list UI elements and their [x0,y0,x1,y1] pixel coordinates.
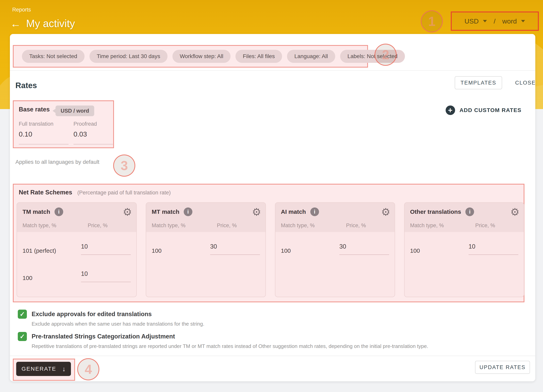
price-input[interactable]: 10 [81,243,131,255]
divider [10,356,535,356]
scheme-row: 100 30 [152,243,260,255]
scheme-row: 100 10 [23,270,131,282]
filter-chip-files[interactable]: Files: All files [235,50,282,63]
scheme-title: AI match [281,208,306,215]
checkbox-checked[interactable]: ✓ [18,310,27,319]
divider [10,70,535,71]
match-type-value: 100 [23,275,32,282]
report-card: Tasks: Not selected Time period: Last 30… [10,34,535,381]
info-icon[interactable]: i [55,207,63,216]
gear-icon[interactable]: ⚙ [510,206,520,218]
base-rates-block: Base rates USD / word Full translation 0… [13,100,114,148]
currency-value: USD [464,17,479,25]
input-underline [469,255,518,255]
unit-value: word [502,17,517,25]
page-title: My activity [26,17,75,29]
net-rate-schemes-subtitle: (Percentage paid of full translation rat… [77,190,171,196]
column-price: Price, % [475,222,495,229]
full-translation-field[interactable]: Full translation 0.10 [19,121,74,144]
full-translation-value[interactable]: 0.10 [19,130,74,138]
match-type-value: 100 [152,247,162,255]
base-rates-note: Applies to all languages by default [15,159,99,165]
column-match-type: Match type, % [152,222,217,229]
scheme-card-ai-match: AI match i ⚙ Match type, % Price, % 100 … [275,202,395,297]
match-type-value: 100 [281,247,291,255]
option-exclude-approvals: ✓ Exclude approvals for edited translati… [18,310,152,319]
scheme-card-tm-match: TM match i ⚙ Match type, % Price, % 101 … [17,202,137,297]
currency-separator: / [494,17,495,25]
add-custom-rates-button[interactable]: + ADD CUSTOM RATES [446,106,521,115]
column-price: Price, % [217,222,237,229]
plus-icon: + [446,106,455,115]
annotation-circle-1: 1 [421,10,443,32]
input-underline [210,255,260,255]
price-input[interactable]: 10 [469,243,518,255]
info-icon[interactable]: i [465,207,474,216]
add-custom-rates-label: ADD CUSTOM RATES [459,107,521,114]
annotation-circle-4: 4 [77,358,99,380]
scheme-title: Other translations [410,208,461,215]
scheme-card-mt-match: MT match i ⚙ Match type, % Price, % 100 … [146,202,266,297]
scheme-row: 100 30 [281,243,389,255]
annotation-circle-2: 2 [374,44,397,66]
base-rates-currency-badge: USD / word [56,106,94,116]
price-input[interactable]: 30 [339,243,389,255]
net-rate-schemes-title: Net Rate Schemes [19,189,72,196]
templates-button[interactable]: TEMPLATES [455,76,502,89]
currency-select[interactable]: USD [464,17,487,25]
checkbox-checked[interactable]: ✓ [18,332,27,341]
generate-label: GENERATE [22,366,56,372]
filter-chip-workflow-step[interactable]: Workflow step: All [172,50,231,63]
scheme-row: 101 (perfect) 10 [23,243,131,255]
column-price: Price, % [346,222,366,229]
price-input[interactable]: 30 [210,243,260,255]
chevron-down-icon [483,20,487,22]
input-underline [339,255,389,255]
chevron-down-icon [521,20,525,22]
match-type-value: 100 [410,247,420,255]
proofread-label: Proofread [74,121,128,127]
close-button[interactable]: CLOSE [512,76,539,89]
option-label: Exclude approvals for edited translation… [32,310,152,318]
input-underline [19,144,68,144]
column-price: Price, % [88,222,108,229]
info-icon[interactable]: i [184,207,192,216]
option-pretranslated-adjustment: ✓ Pre-translated Strings Categorization … [18,332,175,341]
net-rate-schemes-block: Net Rate Schemes (Percentage paid of ful… [13,184,524,302]
scheme-title: MT match [152,208,179,215]
generate-highlight-box: GENERATE ↓ [13,359,75,381]
gear-icon[interactable]: ⚙ [252,206,261,218]
back-arrow-icon[interactable]: ← [10,18,21,29]
generate-button[interactable]: GENERATE ↓ [16,362,71,376]
filter-chip-time-period[interactable]: Time period: Last 30 days [90,50,168,63]
proofread-field[interactable]: Proofread 0.03 [74,121,128,144]
option-description: Exclude approvals when the same user has… [32,321,204,327]
info-icon[interactable]: i [310,207,319,216]
input-underline [74,144,113,144]
update-rates-button[interactable]: UPDATE RATES [475,361,530,374]
column-match-type: Match type, % [410,222,475,229]
match-type-value: 101 (perfect) [23,247,56,255]
column-match-type: Match type, % [23,222,88,229]
gear-icon[interactable]: ⚙ [123,206,132,218]
scheme-card-other-translations: Other translations i ⚙ Match type, % Pri… [404,202,524,297]
filter-chip-tasks[interactable]: Tasks: Not selected [22,50,85,63]
option-description: Repetitive translations of pre-translate… [32,343,428,349]
base-rates-title: Base rates [19,106,50,113]
input-underline [81,255,131,255]
annotation-circle-3: 3 [113,154,135,177]
gear-icon[interactable]: ⚙ [381,206,390,218]
filter-chip-language[interactable]: Language: All [287,50,335,63]
scheme-row: 100 10 [410,243,518,255]
input-underline [81,282,131,282]
currency-unit-selector: USD / word [451,11,539,31]
proofread-value[interactable]: 0.03 [74,130,128,138]
option-label: Pre-translated Strings Categorization Ad… [32,332,175,340]
breadcrumb: Reports [12,7,31,13]
price-input[interactable]: 10 [81,270,131,282]
rates-section-title: Rates [15,81,37,90]
full-translation-label: Full translation [19,121,74,127]
download-arrow-icon: ↓ [62,365,66,373]
filters-row: Tasks: Not selected Time period: Last 30… [13,45,368,68]
unit-select[interactable]: word [502,17,525,25]
